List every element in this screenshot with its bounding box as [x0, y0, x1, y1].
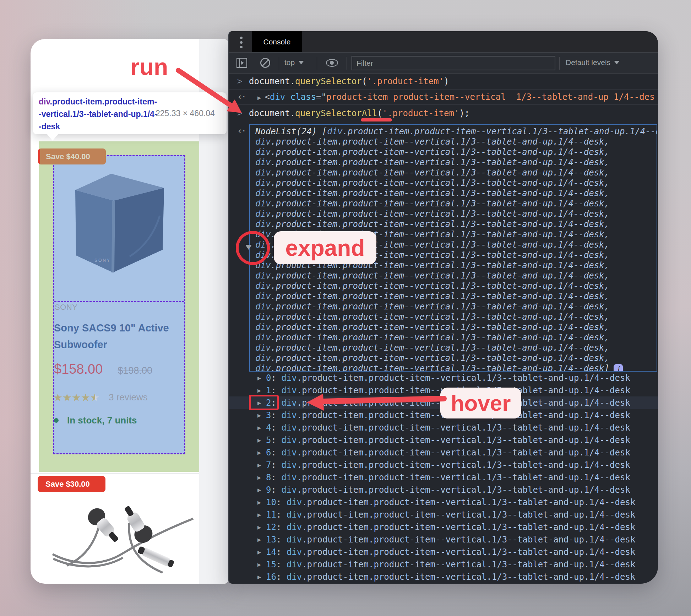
- nodelist-preview-line: div.product-item.product-item--vertical.…: [250, 302, 657, 312]
- nodelist-preview-line: div.product-item.product-item--vertical.…: [250, 271, 657, 281]
- expand-triangle-icon[interactable]: ▶: [257, 387, 266, 394]
- half-star-icon: ★★: [90, 391, 99, 404]
- expand-triangle-icon[interactable]: ▶: [257, 499, 266, 506]
- nodelist-preview-line: div.product-item.product-item--vertical.…: [250, 291, 657, 302]
- nodelist-item-row[interactable]: ▶4: div.product-item.product-item--verti…: [229, 421, 658, 434]
- log-levels-selector[interactable]: Default levels: [566, 58, 620, 67]
- live-expression-icon[interactable]: [326, 59, 338, 67]
- nodelist-item-row[interactable]: ▶9: div.product-item.product-item--verti…: [229, 483, 658, 496]
- nodelist-preview-line: div.product-item.product-item--vertical.…: [250, 312, 657, 322]
- expand-triangle-icon[interactable]: ▶: [257, 424, 266, 431]
- nodelist-item-row[interactable]: ▶11: div.product-item.product-item--vert…: [229, 508, 658, 521]
- run-annotation: run: [130, 53, 168, 80]
- return-value-icon: ‹·: [237, 92, 245, 102]
- expand-triangle-icon[interactable]: ▶: [257, 549, 266, 556]
- sale-price: $158.00: [54, 362, 103, 377]
- console-messages: > document.querySelector('.product-item'…: [229, 74, 658, 584]
- expand-triangle-icon[interactable]: ▶: [257, 437, 266, 444]
- stock-row: In stock, 7 units: [54, 415, 137, 426]
- expand-annotation: expand: [274, 231, 376, 264]
- expand-triangle-icon[interactable]: ▶: [257, 561, 266, 568]
- expand-triangle-icon[interactable]: ▶: [257, 374, 266, 382]
- nodelist-preview-line: div.product-item.product-item--vertical.…: [250, 168, 657, 178]
- devtools-panel: Console top Default levels > document.qu…: [228, 31, 658, 584]
- red-underline-annotation: [361, 118, 392, 121]
- clear-console-icon[interactable]: [260, 58, 270, 68]
- nodelist-item-row[interactable]: ▶14: div.product-item.product-item--vert…: [229, 546, 658, 558]
- hover-annotation: hover: [440, 388, 521, 418]
- original-price: $198.00: [118, 365, 152, 376]
- kebab-menu-icon[interactable]: [240, 37, 244, 47]
- nodelist-item-row[interactable]: ▶10: div.product-item.product-item--vert…: [229, 496, 658, 508]
- console-toolbar: top Default levels: [229, 52, 658, 74]
- console-command[interactable]: > document.querySelector('.product-item'…: [229, 74, 658, 90]
- expand-triangle-icon[interactable]: ▶: [257, 449, 266, 456]
- filter-input[interactable]: [352, 56, 555, 70]
- context-selector[interactable]: top: [284, 58, 304, 67]
- in-stock-dot-icon: [54, 418, 59, 423]
- star-icons: ★★★★: [53, 392, 90, 403]
- nodelist-item-row[interactable]: ▶16: div.product-item.product-item--vert…: [229, 571, 658, 583]
- tooltip-selector: div.product-item.product-item--vertical.…: [39, 96, 159, 133]
- nodelist-preview-line: div.product-item.product-item--vertical.…: [250, 333, 657, 343]
- chevron-down-icon: [614, 61, 620, 64]
- nodelist-preview-line: div.product-item.product-item--vertical.…: [250, 147, 657, 157]
- console-sidebar-icon[interactable]: [236, 58, 247, 68]
- rating-row: ★★★★★★3 reviews: [53, 391, 148, 404]
- nodelist-preview-line: div.product-item.product-item--vertical.…: [250, 178, 657, 188]
- nodelist-item-row[interactable]: ▶6: div.product-item.product-item--verti…: [229, 446, 658, 459]
- devtools-tabbar: Console: [229, 31, 658, 52]
- expand-triangle-icon[interactable]: ▶: [257, 536, 266, 543]
- nodelist-item-row[interactable]: ▶15: div.product-item.product-item--vert…: [229, 558, 658, 571]
- return-value-icon: ‹·: [237, 126, 245, 136]
- product-title[interactable]: Sony SACS9 10" Active Subwoofer: [54, 320, 169, 353]
- info-icon[interactable]: i: [614, 364, 623, 372]
- nodelist-item-row[interactable]: ▶8: div.product-item.product-item--verti…: [229, 471, 658, 483]
- save-badge: Save $40.00: [38, 148, 106, 164]
- nodelist-item-row[interactable]: ▶13: div.product-item.product-item--vert…: [229, 533, 658, 546]
- subwoofer-image[interactable]: SONY: [53, 155, 185, 301]
- subwoofer-logo-text: SONY: [94, 258, 111, 263]
- tooltip-tail: [47, 134, 58, 141]
- console-command-2[interactable]: > document.querySelectorAll('.product-it…: [229, 104, 658, 122]
- nodelist-preview-line: div.product-item.product-item--vertical.…: [250, 363, 657, 372]
- nodelist-preview-line: div.product-item.product-item--vertical.…: [250, 343, 657, 353]
- nodelist-item-row[interactable]: ▶5: div.product-item.product-item--verti…: [229, 434, 658, 446]
- nodelist-preview-line: div.product-item.product-item--vertical.…: [250, 322, 657, 333]
- console-result[interactable]: ‹· ▶ <div class="product-item product-it…: [229, 89, 658, 105]
- nodelist-preview-line: div.product-item.product-item--vertical.…: [250, 137, 657, 147]
- nodelist-item-row[interactable]: ▶0: div.product-item.product-item--verti…: [229, 372, 658, 384]
- screenshot-stage: SONY Save $40.00 SONY Sony SACS9 10" Act…: [0, 0, 691, 616]
- expand-triangle-icon[interactable]: ▶: [257, 461, 266, 469]
- nodelist-item-row[interactable]: ▶12: div.product-item.product-item--vert…: [229, 521, 658, 533]
- element-inspect-tooltip: div.product-item.product-item--vertical.…: [33, 92, 227, 134]
- nodelist-preview-line: div.product-item.product-item--vertical.…: [250, 157, 657, 168]
- disclosure-triangle-icon[interactable]: [245, 245, 252, 250]
- earbuds-image[interactable]: [50, 501, 199, 583]
- tooltip-dimensions: 225.33 × 460.04: [156, 109, 215, 118]
- stock-status: In stock, 7 units: [67, 415, 137, 426]
- expand-triangle-icon[interactable]: ▶: [257, 524, 266, 531]
- product-brand: SONY: [55, 303, 77, 312]
- card-divider: [31, 473, 199, 474]
- nodelist-item-row[interactable]: ▶7: div.product-item.product-item--verti…: [229, 459, 658, 471]
- nodelist-preview-line: div.product-item.product-item--vertical.…: [250, 188, 657, 199]
- nodelist-preview-line: NodeList(24) [div.product-item.product-i…: [250, 126, 657, 137]
- save-badge-2: Save $30.00: [38, 476, 105, 492]
- expand-triangle-icon[interactable]: ▶: [257, 474, 266, 481]
- expand-triangle-icon[interactable]: ▶: [257, 486, 266, 493]
- reviews-link[interactable]: 3 reviews: [109, 392, 148, 402]
- price-row: $158.00$198.00: [54, 362, 152, 377]
- nodelist-preview-line: div.product-item.product-item--vertical.…: [250, 199, 657, 209]
- chevron-down-icon: [298, 61, 304, 64]
- red-box-annotation: [249, 395, 279, 410]
- expand-triangle-icon[interactable]: ▶: [257, 511, 266, 518]
- tab-console[interactable]: Console: [252, 31, 302, 52]
- nodelist-preview-line: div.product-item.product-item--vertical.…: [250, 209, 657, 219]
- expand-triangle-icon[interactable]: ▶: [257, 573, 266, 580]
- nodelist-preview-line: div.product-item.product-item--vertical.…: [250, 281, 657, 291]
- expand-triangle-icon[interactable]: ▶: [257, 94, 265, 101]
- prompt-chevron-icon: >: [237, 76, 242, 86]
- expand-triangle-icon[interactable]: ▶: [257, 412, 266, 419]
- nodelist-preview-line: div.product-item.product-item--vertical.…: [250, 219, 657, 229]
